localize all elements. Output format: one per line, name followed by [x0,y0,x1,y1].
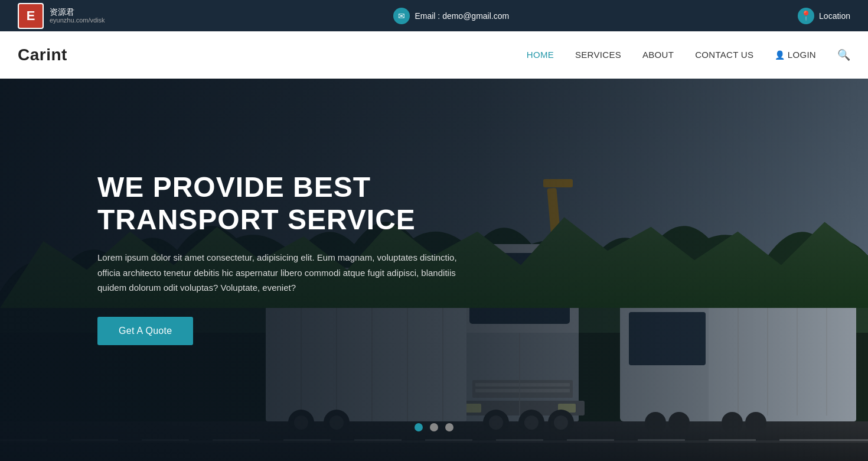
search-icon[interactable]: 🔍 [837,49,850,61]
nav-link-about[interactable]: ABOUT [642,50,674,60]
hero-title-line1: WE PROVIDE BEST [97,171,371,203]
email-icon: ✉ [393,8,410,24]
nav-item-home[interactable]: HOME [527,50,554,60]
navbar: Carint HOME SERVICES ABOUT CONTACT US LO… [0,31,868,79]
slider-dots [415,423,453,431]
topbar-logo-text: 资源君 eyunzhu.com/vdisk [50,7,105,25]
nav-item-services[interactable]: SERVICES [575,50,621,60]
hero-title-line2: TRANSPORT SERVICE [97,204,416,235]
nav-link-login[interactable]: LOGIN [775,50,816,60]
email-text: Email : demo@gmail.com [415,11,509,21]
nav-link-contact[interactable]: CONTACT US [695,50,753,60]
brand-logo[interactable]: Carint [18,46,67,64]
nav-item-login[interactable]: LOGIN [775,50,816,60]
slider-dot-2[interactable] [430,423,438,431]
nav-links: HOME SERVICES ABOUT CONTACT US LOGIN 🔍 [527,48,850,61]
topbar-logo-icon: E [18,3,44,29]
get-quote-button[interactable]: Get A Quote [97,317,193,345]
slider-dot-1[interactable] [415,423,423,431]
nav-link-services[interactable]: SERVICES [575,50,621,60]
topbar-email: ✉ Email : demo@gmail.com [393,8,509,24]
topbar: E 资源君 eyunzhu.com/vdisk ✉ Email : demo@g… [0,0,868,31]
hero-content: WE PROVIDE BEST TRANSPORT SERVICE Lorem … [0,171,464,369]
topbar-url-text: eyunzhu.com/vdisk [50,17,105,24]
nav-item-about[interactable]: ABOUT [642,50,674,60]
slider-dot-3[interactable] [445,423,453,431]
nav-search-item[interactable]: 🔍 [837,48,850,61]
nav-link-home[interactable]: HOME [527,50,554,60]
hero-section: WE PROVIDE BEST TRANSPORT SERVICE Lorem … [0,79,868,461]
topbar-location[interactable]: 📍 Location [798,8,850,24]
location-icon: 📍 [798,8,814,24]
topbar-left: E 资源君 eyunzhu.com/vdisk [18,3,105,29]
hero-description: Lorem ipsum dolor sit amet consectetur, … [97,250,464,296]
topbar-cn-text: 资源君 [50,7,105,17]
location-text: Location [819,11,850,21]
hero-title: WE PROVIDE BEST TRANSPORT SERVICE [97,171,440,236]
nav-item-contact[interactable]: CONTACT US [695,50,753,60]
